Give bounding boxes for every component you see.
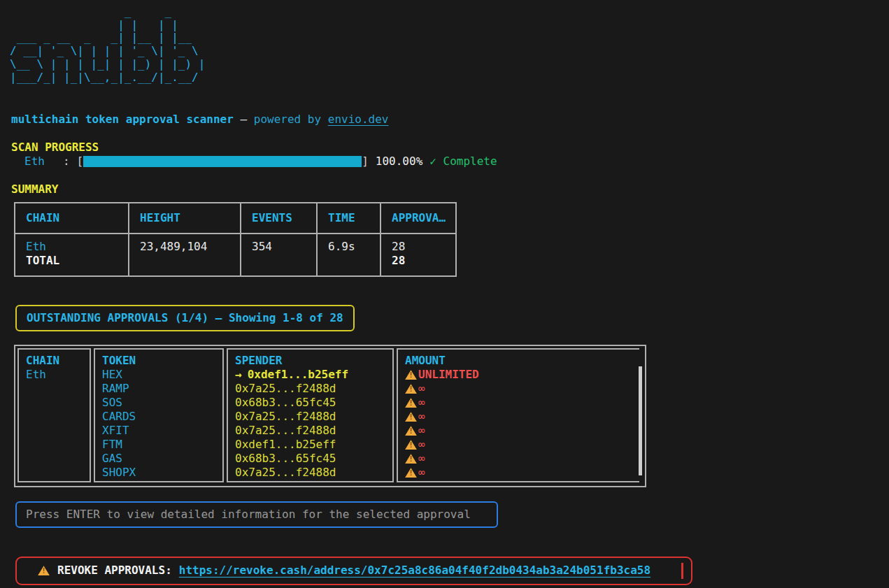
summary-cell-height: 23,489,104 bbox=[129, 234, 241, 276]
warning-icon bbox=[405, 426, 417, 436]
tagline: multichain token approval scanner — powe… bbox=[11, 113, 889, 127]
summary-time-value: 6.9s bbox=[328, 240, 380, 254]
approvals-header-amount: AMOUNT bbox=[405, 354, 639, 368]
warning-icon bbox=[405, 468, 417, 478]
spender-cell[interactable]: 0x7a25...f2488d bbox=[235, 382, 392, 396]
revoke-box-right-tick bbox=[681, 563, 683, 579]
amount-cell-selected: UNLIMITED bbox=[405, 368, 639, 382]
amount-cell: ∞ bbox=[405, 438, 639, 452]
token-cell[interactable]: FTM bbox=[102, 438, 222, 452]
spender-address: 0x7a25...f2488d bbox=[235, 382, 336, 395]
warning-icon bbox=[405, 412, 417, 422]
summary-header-time: TIME bbox=[317, 203, 381, 234]
summary-total-approvals: 28 bbox=[392, 254, 455, 268]
spender-cell[interactable]: 0x68b3...65fc45 bbox=[235, 452, 392, 466]
approvals-spender-column: SPENDER →0xdef1...b25eff 0x7a25...f2488d… bbox=[227, 348, 394, 482]
spender-cell[interactable]: 0xdef1...b25eff bbox=[235, 438, 392, 452]
press-enter-hint: Press ENTER to view detailed information… bbox=[15, 501, 498, 528]
warning-icon bbox=[405, 440, 417, 450]
summary-label: SUMMARY bbox=[11, 182, 889, 196]
progress-close-bracket: ] bbox=[362, 155, 369, 168]
amount-cell: ∞ bbox=[405, 424, 639, 438]
spender-cell[interactable]: 0x7a25...f2488d bbox=[235, 424, 392, 438]
warning-icon bbox=[405, 384, 417, 394]
token-cell[interactable]: GAS bbox=[102, 452, 222, 466]
amount-value: ∞ bbox=[418, 438, 425, 451]
summary-table: CHAIN HEIGHT EVENTS TIME APPROVA… Eth TO… bbox=[14, 202, 457, 277]
spender-cell[interactable]: 0x7a25...f2488d bbox=[235, 466, 392, 480]
spender-address: 0xdef1...b25eff bbox=[235, 438, 336, 451]
token-cell[interactable]: SHOPX bbox=[102, 466, 222, 480]
progress-chain-label: Eth bbox=[24, 155, 45, 168]
progress-colon: : bbox=[63, 155, 70, 168]
spender-address: 0xdef1...b25eff bbox=[248, 368, 349, 381]
tagline-separator: — bbox=[234, 113, 254, 126]
spender-cell[interactable]: 0x68b3...65fc45 bbox=[235, 396, 392, 410]
spender-address: 0x68b3...65fc45 bbox=[235, 452, 336, 465]
token-cell[interactable]: RAMP bbox=[102, 382, 222, 396]
summary-header-events: EVENTS bbox=[241, 203, 317, 234]
spender-cell-selected[interactable]: →0xdef1...b25eff bbox=[235, 368, 392, 382]
token-cell[interactable]: CARDS bbox=[102, 410, 222, 424]
approvals-header-spender: SPENDER bbox=[235, 354, 392, 368]
scan-progress-row: Eth:[]100.00%✓ Complete bbox=[11, 155, 889, 168]
approvals-amount-column: AMOUNT UNLIMITED ∞ ∞ ∞ ∞ ∞ ∞ ∞ bbox=[397, 348, 639, 482]
spender-address: 0x7a25...f2488d bbox=[235, 424, 336, 437]
summary-cell-time: 6.9s bbox=[317, 234, 381, 276]
progress-bar bbox=[83, 156, 362, 167]
approvals-header-chain: CHAIN bbox=[26, 354, 90, 368]
approvals-table: CHAIN Eth TOKEN HEX RAMP SOS CARDS XFIT … bbox=[14, 345, 646, 487]
spender-address: 0x7a25...f2488d bbox=[235, 410, 336, 423]
amount-cell: ∞ bbox=[405, 410, 639, 424]
amount-cell: ∞ bbox=[405, 452, 639, 466]
token-cell[interactable]: XFIT bbox=[102, 424, 222, 438]
spender-address: 0x7a25...f2488d bbox=[235, 466, 336, 479]
approvals-token-column: TOKEN HEX RAMP SOS CARDS XFIT FTM GAS SH… bbox=[94, 348, 224, 482]
revoke-approvals-label: REVOKE APPROVALS: bbox=[57, 564, 172, 577]
app-title: multichain token approval scanner bbox=[11, 113, 234, 126]
summary-chain-value: Eth bbox=[26, 240, 128, 254]
approvals-chain-column: CHAIN Eth bbox=[17, 348, 91, 482]
approvals-header-token: TOKEN bbox=[102, 354, 222, 368]
token-cell[interactable]: HEX bbox=[102, 368, 222, 382]
spender-address: 0x68b3...65fc45 bbox=[235, 396, 336, 409]
warning-icon bbox=[405, 454, 417, 464]
amount-cell: ∞ bbox=[405, 396, 639, 410]
warning-icon bbox=[38, 566, 50, 575]
amount-value: UNLIMITED bbox=[418, 368, 479, 381]
progress-open-bracket: [ bbox=[77, 155, 84, 168]
summary-cell-chain: Eth TOTAL bbox=[15, 234, 129, 276]
amount-value: ∞ bbox=[418, 396, 425, 409]
warning-icon bbox=[405, 398, 417, 408]
summary-height-value: 23,489,104 bbox=[140, 240, 240, 254]
outstanding-approvals-banner: OUTSTANDING APPROVALS (1/4) — Showing 1-… bbox=[15, 305, 355, 331]
summary-cell-events: 354 bbox=[241, 234, 317, 276]
warning-icon bbox=[405, 370, 417, 380]
summary-header-row: CHAIN HEIGHT EVENTS TIME APPROVA… bbox=[15, 203, 456, 234]
summary-header-chain: CHAIN bbox=[15, 203, 129, 234]
spender-cell[interactable]: 0x7a25...f2488d bbox=[235, 410, 392, 424]
summary-header-approvals: APPROVA… bbox=[381, 203, 456, 234]
approvals-scrollbar[interactable] bbox=[639, 366, 642, 475]
summary-body-row: Eth TOTAL 23,489,104 354 6.9s 28 28 bbox=[15, 234, 456, 276]
amount-cell: ∞ bbox=[405, 382, 639, 396]
summary-events-value: 354 bbox=[252, 240, 316, 254]
amount-value: ∞ bbox=[418, 410, 425, 423]
progress-status: ✓ Complete bbox=[429, 155, 497, 168]
summary-header-height: HEIGHT bbox=[129, 203, 241, 234]
summary-approvals-value: 28 bbox=[392, 240, 455, 254]
app-logo-ascii: _ _ | | | | ___ _ __ _ _| |__ | |__ / __… bbox=[10, 6, 889, 84]
amount-value: ∞ bbox=[418, 382, 425, 395]
token-cell[interactable]: SOS bbox=[102, 396, 222, 410]
revoke-cash-link[interactable]: https://revoke.cash/address/0x7c25a8c86a… bbox=[179, 564, 650, 577]
envio-link[interactable]: envio.dev bbox=[328, 113, 389, 126]
selection-arrow-icon: → bbox=[235, 368, 242, 381]
approvals-chain-value: Eth bbox=[26, 368, 90, 382]
summary-total-label: TOTAL bbox=[26, 254, 128, 268]
revoke-approvals-box: REVOKE APPROVALS:https://revoke.cash/add… bbox=[15, 557, 692, 585]
powered-by-text: powered by bbox=[254, 113, 328, 126]
scan-progress-label: SCAN PROGRESS bbox=[11, 141, 889, 155]
summary-cell-approvals: 28 28 bbox=[381, 234, 456, 276]
amount-value: ∞ bbox=[418, 466, 425, 479]
amount-value: ∞ bbox=[418, 452, 425, 465]
